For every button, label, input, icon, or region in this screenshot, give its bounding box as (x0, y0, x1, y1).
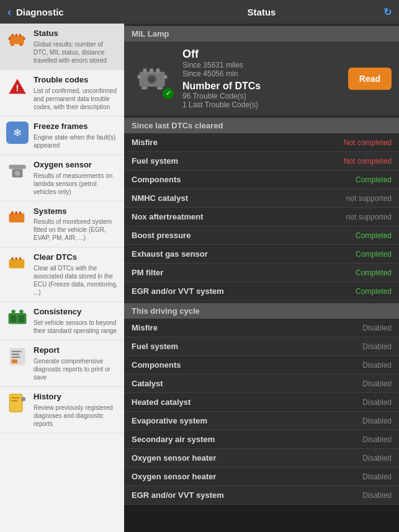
svg-rect-20 (15, 258, 17, 261)
mil-lamp-section: MIL Lamp ✓ (124, 26, 399, 115)
mil-lamp-area: ✓ Off Since 35631 miles Since 45056 min … (124, 42, 399, 115)
sidebar-item-status[interactable]: StatusGlobal results: number of DTC, MIL… (0, 24, 124, 70)
svg-rect-29 (12, 354, 19, 355)
sidebar-item-title-consistency: Consistency (34, 307, 118, 317)
trouble-codes-icon: ! (6, 75, 29, 97)
sidebar-item-text-status: StatusGlobal results: number of DTC, MIL… (34, 29, 118, 64)
svg-rect-18 (9, 260, 25, 268)
svg-rect-30 (12, 357, 20, 358)
row-value: Completed (356, 231, 392, 240)
oxygen-sensor-icon (6, 160, 29, 182)
table-row: Oxygen sensor heaterDisabled (124, 449, 399, 468)
sidebar-item-trouble-codes[interactable]: !Trouble codesList of confirmed, unconfi… (0, 70, 124, 117)
main-header: Status ↻ (124, 0, 399, 24)
sidebar-item-desc-oxygen-sensor: Results of measurements on lambda sensor… (34, 172, 118, 196)
sidebar: ‹ Diagnostic StatusGlobal results: numbe… (0, 0, 124, 532)
sidebar-item-text-systems: SystemsResults of monitored system fitte… (34, 206, 118, 242)
sidebar-item-desc-status: Global results: number of DTC, MIL statu… (34, 40, 118, 64)
row-value: Disabled (362, 379, 392, 388)
row-value: Disabled (362, 342, 392, 351)
row-value: Completed (356, 250, 392, 259)
sidebar-item-freeze-frames[interactable]: ❄Freeze framesEngine state when the faul… (0, 117, 124, 155)
sidebar-item-title-freeze-frames: Freeze frames (34, 122, 118, 132)
table-row: EGR and/or VVT systemDisabled (124, 486, 399, 505)
sidebar-item-text-oxygen-sensor: Oxygen sensorResults of measurements on … (34, 160, 118, 196)
svg-rect-34 (11, 397, 19, 399)
sidebar-header: ‹ Diagnostic (0, 0, 124, 24)
driving-cycle-header: This driving cycle (124, 303, 399, 319)
row-label: Components (132, 360, 181, 370)
table-row: Oxygen sensor heaterDisabled (124, 468, 399, 486)
since-last-section: Since last DTCs cleared MisfireNot compl… (124, 118, 399, 301)
svg-rect-40 (156, 68, 160, 73)
svg-rect-44 (157, 86, 163, 89)
row-value: Disabled (362, 454, 392, 463)
row-value: Disabled (362, 491, 392, 500)
svg-rect-38 (143, 68, 147, 73)
row-label: Oxygen sensor heater (132, 453, 217, 463)
row-label: Heated catalyst (132, 397, 191, 407)
sidebar-item-systems[interactable]: SystemsResults of monitored system fitte… (0, 202, 124, 248)
main-panel: Status ↻ MIL Lamp (124, 0, 399, 532)
svg-rect-5 (23, 38, 25, 40)
sidebar-item-clear-dtcs[interactable]: Clear DTCsClear all DTCs with the associ… (0, 247, 124, 302)
row-value: Disabled (362, 435, 392, 444)
sidebar-item-oxygen-sensor[interactable]: Oxygen sensorResults of measurements on … (0, 155, 124, 202)
sidebar-item-title-systems: Systems (34, 206, 118, 217)
mil-since-miles: Since 35631 miles (182, 61, 341, 69)
sidebar-item-text-clear-dtcs: Clear DTCsClear all DTCs with the associ… (34, 252, 118, 296)
driving-cycle-section: This driving cycle MisfireDisabledFuel s… (124, 303, 399, 505)
svg-rect-0 (9, 36, 24, 45)
table-row: Heated catalystDisabled (124, 393, 399, 412)
check-icon: ✓ (163, 88, 174, 99)
svg-point-13 (15, 171, 20, 176)
table-row: MisfireDisabled (124, 319, 399, 337)
refresh-button[interactable]: ↻ (383, 6, 392, 18)
main-title: Status (248, 7, 276, 17)
table-row: Boost pressureCompleted (124, 226, 399, 245)
sidebar-title: Diagnostic (16, 7, 64, 17)
engine-icon-container: ✓ (132, 57, 175, 100)
row-label: NMHC catalyst (132, 193, 188, 203)
table-row: PM filterCompleted (124, 264, 399, 282)
svg-text:❄: ❄ (13, 126, 22, 138)
sidebar-item-desc-trouble-codes: List of confirmed, unconfirmed and perma… (34, 87, 118, 111)
svg-rect-31 (12, 360, 17, 363)
row-value: Completed (356, 287, 392, 296)
sidebar-item-desc-report: Generate comprehensive diagnostic report… (34, 357, 118, 381)
row-label: Oxygen sensor heater (132, 472, 217, 481)
svg-rect-7 (19, 44, 22, 46)
svg-rect-28 (12, 351, 22, 352)
table-row: MisfireNot completed (124, 133, 399, 152)
svg-rect-36 (21, 397, 25, 401)
sidebar-item-desc-consistency: Set vehicle sensors to beyond their stan… (34, 319, 118, 335)
sidebar-item-consistency[interactable]: ConsistencySet vehicle sensors to beyond… (0, 302, 124, 340)
row-label: Boost pressure (132, 231, 191, 240)
svg-rect-6 (11, 44, 14, 46)
sidebar-item-desc-systems: Results of monitored system fitted on th… (34, 218, 118, 242)
sidebar-item-text-freeze-frames: Freeze framesEngine state when the fault… (34, 122, 118, 149)
freeze-frames-icon: ❄ (6, 122, 29, 144)
row-value: not supported (346, 194, 392, 203)
row-label: Misfire (132, 323, 158, 332)
row-label: Fuel system (132, 156, 178, 166)
row-label: Catalyst (132, 379, 163, 388)
sidebar-item-history[interactable]: HistoryReview previously registered diag… (0, 387, 124, 433)
back-button[interactable]: ‹ (7, 6, 11, 19)
svg-rect-39 (150, 68, 153, 73)
row-label: PM filter (132, 268, 163, 277)
svg-rect-23 (11, 316, 17, 322)
sidebar-item-desc-history: Review previously registered diagnoses a… (34, 404, 118, 428)
row-value: Not completed (344, 157, 392, 166)
sidebar-item-report[interactable]: ReportGenerate comprehensive diagnostic … (0, 340, 124, 387)
mil-since-min: Since 45056 min (182, 69, 341, 78)
sidebar-item-title-trouble-codes: Trouble codes (34, 75, 118, 86)
sidebar-item-desc-clear-dtcs: Clear all DTCs with the associated data … (34, 264, 118, 296)
mil-lamp-header: MIL Lamp (124, 26, 399, 42)
sidebar-item-title-history: History (34, 392, 118, 402)
read-button[interactable]: Read (348, 68, 392, 90)
table-row: Fuel systemNot completed (124, 152, 399, 171)
row-value: Disabled (362, 398, 392, 407)
svg-rect-17 (19, 211, 22, 215)
table-row: Secondary air systemDisabled (124, 430, 399, 449)
